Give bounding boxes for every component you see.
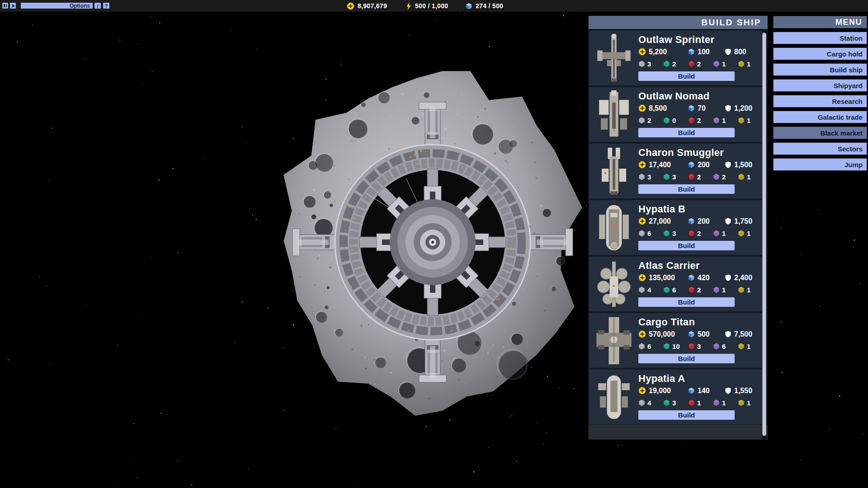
cargo-value: 100 — [698, 48, 710, 56]
build-button[interactable]: Build — [638, 71, 735, 81]
play-icon — [12, 4, 15, 8]
energy-value: 500 / 1,000 — [415, 2, 448, 9]
menu-panel: MENU StationCargo holdBuild shipShipyard… — [773, 16, 867, 171]
ship-info: Charon Smuggler 17,400 200 — [638, 144, 763, 198]
material-yellow-icon — [738, 230, 745, 237]
shield-stat: 1,550 — [725, 387, 763, 395]
build-button[interactable]: Build — [638, 184, 735, 194]
shield-icon — [725, 274, 731, 282]
material-stat: 4 — [638, 286, 663, 294]
ship-name: Outlaw Sprinter — [638, 33, 763, 46]
ship-info: Hypatia A 19,000 140 — [638, 370, 763, 424]
build-button[interactable]: Build — [638, 241, 735, 250]
menu-item-jump[interactable]: Jump — [773, 158, 867, 171]
asteroid-station-view — [269, 58, 591, 422]
material-value: 3 — [647, 173, 651, 181]
material-stat: 2 — [688, 286, 713, 294]
options-button[interactable]: Options — [21, 3, 93, 9]
cargo-stat: 70 — [688, 104, 725, 113]
ship-info: Cargo Titan 570,000 500 — [638, 313, 763, 368]
play-button[interactable] — [10, 3, 16, 9]
cargo-value: 200 — [698, 161, 710, 169]
menu-item-shipyard[interactable]: Shipyard — [773, 79, 867, 92]
material-value: 6 — [722, 343, 726, 350]
menu-item-build-ship[interactable]: Build ship — [773, 63, 867, 76]
build-button[interactable]: Build — [638, 297, 735, 307]
material-gray-icon — [638, 399, 645, 407]
shield-icon — [725, 161, 731, 169]
ship-card: Outlaw Sprinter 5,200 100 — [589, 31, 763, 85]
cost-value: 5,200 — [649, 48, 667, 56]
ship-list: Outlaw Sprinter 5,200 100 — [589, 31, 763, 424]
material-gray-icon — [638, 173, 645, 181]
material-value: 6 — [672, 286, 676, 294]
energy-icon — [406, 2, 412, 10]
material-purple-icon — [713, 286, 720, 294]
material-red-icon — [688, 117, 695, 124]
material-value: 1 — [722, 230, 726, 237]
cargo-icon — [688, 104, 695, 112]
material-red-icon — [688, 286, 695, 294]
pause-button[interactable] — [2, 3, 8, 9]
material-gray-icon — [638, 343, 645, 350]
ship-thumbnail — [589, 144, 638, 198]
shield-icon — [725, 48, 731, 56]
material-value: 1 — [722, 117, 726, 124]
build-button[interactable]: Build — [638, 354, 735, 363]
material-stat: 6 — [638, 230, 663, 237]
help-button[interactable]: ? — [103, 3, 109, 9]
ship-name: Outlaw Nomad — [638, 90, 763, 102]
panel-footer — [589, 425, 768, 440]
material-value: 0 — [672, 117, 676, 124]
shield-stat: 800 — [725, 48, 763, 56]
material-red-icon — [688, 230, 695, 237]
ship-cost-row: 17,400 200 1,500 — [638, 159, 763, 171]
ship-cost-row: 5,200 100 800 — [638, 46, 763, 58]
cargo-stat: 140 — [688, 387, 725, 395]
build-button[interactable]: Build — [638, 128, 735, 137]
material-stat: 1 — [738, 399, 763, 407]
build-button[interactable]: Build — [638, 410, 735, 420]
material-value: 4 — [647, 399, 651, 407]
menu-item-station[interactable]: Station — [773, 32, 867, 44]
menu-item-sectors[interactable]: Sectors — [773, 142, 867, 155]
material-teal-icon — [663, 343, 670, 350]
material-value: 3 — [672, 173, 676, 181]
material-stat: 3 — [663, 173, 688, 181]
material-stat: 1 — [713, 117, 738, 124]
material-stat: 1 — [738, 60, 763, 68]
material-value: 2 — [697, 286, 701, 294]
scrollbar-thumb[interactable] — [762, 33, 766, 436]
cargo-value: 140 — [698, 387, 710, 395]
menu-item-galactic-trade[interactable]: Galactic trade — [773, 111, 867, 123]
menu-item-black-market[interactable]: Black market — [773, 127, 867, 139]
material-value: 2 — [672, 60, 676, 68]
material-stat: 3 — [688, 343, 713, 350]
material-value: 1 — [747, 286, 750, 294]
cargo-stat: 500 — [688, 330, 725, 338]
material-stat: 1 — [713, 60, 738, 68]
info-button[interactable]: i — [94, 3, 101, 9]
ship-thumbnail — [589, 257, 638, 311]
pause-icon — [6, 4, 7, 7]
cost-value: 135,000 — [649, 274, 675, 282]
material-value: 1 — [747, 117, 750, 124]
cargo-value: 500 — [698, 330, 710, 338]
shield-value: 1,550 — [734, 387, 752, 395]
menu-item-cargo-hold[interactable]: Cargo hold — [773, 47, 867, 60]
material-red-icon — [688, 173, 695, 181]
ship-thumbnail — [589, 31, 638, 85]
ship-materials-row: 4 6 2 1 1 — [638, 284, 763, 296]
ship-name: Hypatia A — [638, 372, 763, 385]
cargo-icon — [688, 274, 695, 282]
cargo-stat: 420 — [688, 274, 725, 282]
shield-icon — [725, 104, 731, 112]
credits-icon — [638, 217, 646, 225]
menu-title: MENU — [773, 16, 867, 28]
ship-card: Atlas Carrier 135,000 420 — [589, 257, 763, 311]
menu-item-research[interactable]: Research — [773, 95, 867, 108]
material-stat: 6 — [713, 343, 738, 350]
cargo-icon — [688, 48, 695, 56]
credits-icon — [638, 161, 646, 169]
top-bar: Options i ? 8,907,679 500 / 1,000 274 / … — [0, 0, 868, 12]
